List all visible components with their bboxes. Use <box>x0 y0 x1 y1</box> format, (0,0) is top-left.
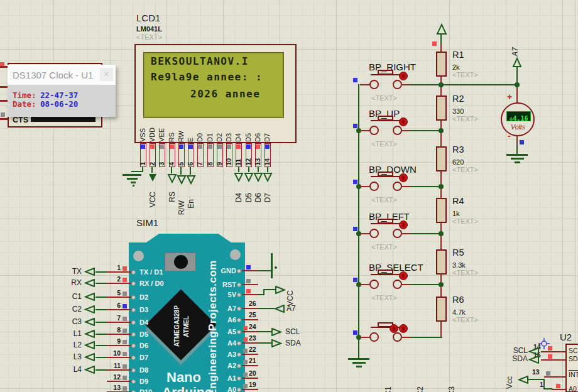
terminal-arrow-icon <box>84 318 95 326</box>
resistor-r5[interactable] <box>436 249 447 275</box>
button-actuator[interactable] <box>399 117 408 126</box>
date-label: Date: <box>13 99 36 109</box>
lcd-ref: LCD1 <box>136 13 160 23</box>
net-label-a7: A7 <box>511 47 520 57</box>
pin-stub <box>107 297 132 298</box>
pin-state-square <box>246 265 251 270</box>
pin-state-square <box>556 384 560 388</box>
pin-stub <box>360 284 369 285</box>
pin-state-square <box>123 386 127 391</box>
voltmeter-display: +4.16 <box>506 111 531 121</box>
pin-stub <box>402 84 410 85</box>
close-button[interactable]: × <box>100 68 113 81</box>
lcd-pin-name: RW <box>177 131 185 142</box>
wire <box>190 166 191 175</box>
button-contact <box>393 229 402 238</box>
pin-stub <box>242 389 258 390</box>
button-actuator[interactable] <box>399 72 408 80</box>
clock-popup-window[interactable]: DS1307 Clock - U1 × Time: 22-47-37 Date:… <box>8 65 116 117</box>
pin-label: D5 <box>139 330 148 338</box>
wire <box>95 334 107 335</box>
button-actuator[interactable] <box>399 271 408 280</box>
pin-pad <box>237 388 241 392</box>
pin-state-square <box>256 144 260 149</box>
pin-number: 5 <box>104 289 121 297</box>
terminal-arrow-icon <box>275 286 286 294</box>
button-contact <box>369 126 379 135</box>
pin-state-square <box>170 144 174 149</box>
pin-state-square <box>353 124 357 128</box>
ground-symbol <box>271 253 273 278</box>
lcd-line-2: Re9la9e annee: : <box>151 71 263 83</box>
lcd-pin-name: D1 <box>206 133 214 142</box>
lcd-part: LM041L <box>136 25 162 33</box>
lcd-pin-name: D0 <box>196 133 204 142</box>
lcd-pin-name: D4 <box>234 133 242 142</box>
pin-state-square <box>188 144 193 149</box>
button-plunger <box>378 270 393 275</box>
button-bp-select[interactable] <box>369 271 402 290</box>
button-actuator[interactable] <box>399 220 408 229</box>
wire <box>95 322 107 323</box>
button-plunger <box>378 172 393 177</box>
wire <box>528 379 545 380</box>
pin-number: 20 <box>249 369 256 377</box>
pin-number: 11 <box>104 362 121 369</box>
time-label: Time: <box>13 90 36 100</box>
resistor-r3[interactable] <box>436 146 447 172</box>
pin-state-square <box>246 144 251 149</box>
resistor-r1[interactable] <box>436 52 447 77</box>
pin-stub <box>360 130 369 131</box>
resistor-ref: R2 <box>452 94 464 104</box>
button-contact <box>393 280 402 289</box>
pin-label: D8 <box>139 366 148 374</box>
wire <box>95 271 107 273</box>
net-label-rs: RS <box>168 192 177 202</box>
popup-title-bar[interactable]: DS1307 Clock - U1 × <box>8 65 116 85</box>
ground-symbol <box>352 362 366 364</box>
resistor-ref: R3 <box>452 144 464 155</box>
wire <box>258 342 272 344</box>
ground-symbol <box>133 185 134 187</box>
pin-pad <box>237 364 241 368</box>
pin-state-square <box>123 340 127 344</box>
resistor-r2[interactable] <box>436 95 447 121</box>
pin-stub <box>402 337 410 338</box>
button-actuator[interactable] <box>399 324 408 333</box>
pin-stub <box>360 84 369 85</box>
pin-stub <box>107 334 132 335</box>
time-value: 22-47-37 <box>40 90 78 100</box>
pin-state-square <box>548 354 552 359</box>
button-bp-right[interactable] <box>369 71 402 90</box>
ground-symbol <box>506 154 528 156</box>
pin-stub <box>402 130 410 131</box>
pin-stub <box>107 322 132 323</box>
button-bp-left[interactable] <box>369 220 402 239</box>
pin-stub <box>107 345 132 346</box>
pin-label: A7 <box>210 305 236 312</box>
junction-dot <box>515 82 520 87</box>
button-bp-down[interactable] <box>369 173 402 192</box>
button-placeholder: <TEXT> <box>371 243 397 251</box>
pin-state-square <box>123 352 127 356</box>
button-contact <box>369 182 379 191</box>
button-actuator[interactable] <box>390 324 398 333</box>
wire <box>440 34 442 44</box>
terminal-arrow-icon <box>234 172 244 182</box>
pin-number: 1 <box>104 264 121 271</box>
mcu-chip <box>145 289 216 360</box>
mounting-hole <box>230 249 241 260</box>
pin-pad <box>237 307 241 311</box>
pin-state-square <box>123 266 127 271</box>
button-contact <box>369 80 379 89</box>
net-label-d6: D6 <box>254 193 263 202</box>
pin-state-square <box>432 41 437 46</box>
button-bp-up[interactable] <box>369 117 402 136</box>
pin-state-square <box>123 304 127 308</box>
button-actuator[interactable] <box>399 173 408 182</box>
resistor-r6[interactable] <box>436 297 447 322</box>
popup-body: Time: 22-47-37 Date: 08-06-20 <box>8 85 116 117</box>
pin-state-square <box>198 144 202 149</box>
resistor-r4[interactable] <box>436 198 447 223</box>
voltmeter-unit: Volts <box>501 123 535 131</box>
